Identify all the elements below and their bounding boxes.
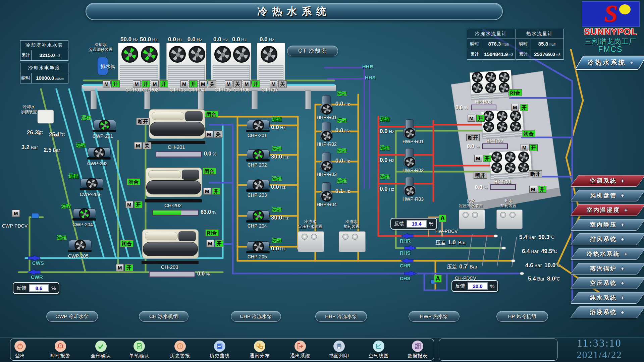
nav-button-2[interactable]: 风机盘管 <box>570 190 644 201</box>
nav-button-8[interactable]: 空压系统 <box>570 277 644 289</box>
tower-valve-badge[interactable]: M关 <box>270 80 287 87</box>
feedback-label: 反馈 <box>394 221 404 227</box>
tower-valve-badge[interactable]: M开 <box>243 80 260 87</box>
valve-status-badge[interactable]: M开 <box>511 104 528 111</box>
valve-status-badge[interactable]: 闭合 <box>522 130 535 137</box>
pump-frequency: 0.0 Hz <box>380 186 394 192</box>
power-icon <box>14 341 26 352</box>
system-pill[interactable]: HHP 冷冻水泵 <box>315 311 367 322</box>
valve-status-badge[interactable]: 闭合 <box>508 89 522 96</box>
hp-load-bar <box>471 105 496 110</box>
hmi-screen: 冷热水系统 CT 冷却塔 S SUNNYPOL 三利谱龙岗工厂 FMCS 冷热水… <box>0 0 644 362</box>
tower-valve-badge[interactable]: M关 <box>199 80 216 87</box>
tower-valve-badge[interactable]: M开 <box>133 80 150 87</box>
current-page-banner[interactable]: 冷热水系统 <box>575 56 644 70</box>
valve-status-badge[interactable]: M开 <box>125 201 143 208</box>
status-text: 开 <box>483 155 491 162</box>
valve-status-badge[interactable]: M开 <box>529 186 546 193</box>
line-label-hhs: HHS <box>365 75 376 80</box>
valve-status-badge[interactable]: 闭合 <box>127 178 140 185</box>
valve-status-badge[interactable]: M关 <box>205 131 222 138</box>
auto-mode-badge[interactable]: A <box>439 215 446 222</box>
toolbar-item-label: 即时报警 <box>45 353 75 359</box>
valve-status-badge[interactable]: 断开 <box>136 118 150 125</box>
valve-status-badge[interactable]: M开 <box>468 115 485 122</box>
star-icon <box>620 265 626 272</box>
nav-button-6[interactable]: 冷热水系统 <box>570 248 644 260</box>
nav-button-4[interactable]: 室内静压 <box>570 219 644 231</box>
nav-button-7[interactable]: 蒸汽锅炉 <box>570 263 644 275</box>
toolbar-item-10[interactable]: 空气线图 <box>364 341 394 359</box>
valve-status-badge[interactable]: M开 <box>474 155 491 162</box>
sensor-reading: 25.10C <box>49 131 65 138</box>
chiller-load-value: 0.0 % <box>204 151 216 157</box>
tower-fan-frequency: 0.0 Hz <box>168 36 182 43</box>
m-valve-icon: M <box>125 201 133 208</box>
toolbar-item-2[interactable]: 即时报警 <box>45 341 75 359</box>
nav-button-5[interactable]: 排风系统 <box>570 233 644 245</box>
nav-button-3[interactable]: 室内温湿度 <box>570 204 644 216</box>
valve-status-badge[interactable]: M开 <box>116 264 133 271</box>
nav-button-9[interactable]: 纯水系统 <box>570 292 644 304</box>
nav-button-10[interactable]: 溶液系统 <box>570 306 644 318</box>
pump-impeller <box>321 104 332 115</box>
toolbar-item-11[interactable]: X数据报表 <box>402 341 433 359</box>
auto-mode-badge[interactable]: A <box>434 275 442 283</box>
valve-status-badge[interactable]: M开 <box>206 240 223 247</box>
tower-valve-badge[interactable]: M开 <box>180 80 198 87</box>
pump-frequency: 0.0 Hz <box>380 157 394 164</box>
valve-status-badge[interactable]: M <box>12 210 20 217</box>
chiller-CH-201[interactable] <box>147 109 207 144</box>
pump-frequency: 30.0 Hz <box>271 215 289 221</box>
valve-status-badge[interactable]: 闭合 <box>120 240 133 247</box>
toolbar-item-label: 通讯分布 <box>245 353 275 359</box>
toolbar-item-label: 登出 <box>5 353 35 359</box>
pump-frequency: 30.0 Hz <box>271 154 289 160</box>
toolbar-item-8[interactable]: 退出系统 <box>285 341 315 359</box>
remote-mode-label: 远程 <box>337 90 347 97</box>
toolbar-item-9[interactable]: 书面列印 <box>324 341 354 359</box>
pump-name: CWP-204 <box>72 222 93 227</box>
valve-status-badge[interactable]: M关 <box>134 142 151 149</box>
toolbar-item-1[interactable]: 登出 <box>5 341 35 359</box>
system-pill[interactable]: CWP 冷却水泵 <box>46 311 98 322</box>
remote-mode-label: 远程 <box>380 116 390 122</box>
status-text: 闭合 <box>203 168 216 175</box>
flow-value: 1504841.9m3 <box>482 49 515 59</box>
valve-status-badge[interactable]: 断开 <box>474 172 487 179</box>
toolbar-item-7[interactable]: 通讯分布 <box>245 341 275 359</box>
system-pill[interactable]: HWP 热水泵 <box>409 311 460 322</box>
valve-status-badge[interactable]: 闭合 <box>205 229 219 236</box>
valve-status-badge[interactable]: 断开 <box>529 170 542 177</box>
tower-valve-badge[interactable]: M关 <box>225 80 242 87</box>
status-text: 关 <box>208 80 216 87</box>
pump-name: CHP-202 <box>248 162 267 168</box>
flow-row-label: 瞬时 <box>516 39 531 49</box>
valve-status-badge[interactable]: M开 <box>203 188 220 195</box>
tower-valve-badge[interactable]: M开 <box>103 80 120 87</box>
toolbar-item-3[interactable]: 全部确认 <box>86 341 116 359</box>
valve-status-badge[interactable]: 断开 <box>466 134 480 141</box>
system-pill[interactable]: CH 冰水机组 <box>139 311 189 322</box>
system-pill[interactable]: CHP 冷冻水泵 <box>231 311 281 322</box>
hp-load-value: 0.0 % <box>467 143 479 149</box>
valve-status-badge[interactable]: M开 <box>521 144 538 151</box>
chiller-CH-202[interactable] <box>144 168 203 202</box>
ct-cooling-tower-button[interactable]: CT 冷却塔 <box>287 46 338 56</box>
tower-fan-frequency: 0.0 Hz <box>232 36 247 43</box>
valve-tag: HW-PDCV <box>435 229 458 234</box>
status-text: 闭合 <box>127 178 140 185</box>
toolbar-item-6[interactable]: 历史曲线 <box>205 341 235 359</box>
valve-status-badge[interactable]: 闭合 <box>205 111 218 118</box>
tower-valve-badge[interactable]: M开 <box>151 80 168 87</box>
status-text: 关 <box>143 142 151 149</box>
pump-name: HHP-R04 <box>317 202 337 207</box>
system-pill[interactable]: HP 风冷机组 <box>496 311 548 322</box>
chiller-CH-203[interactable] <box>140 229 200 264</box>
toolbar-item-5[interactable]: 历史警报 <box>165 341 195 359</box>
toolbar-item-4[interactable]: 单笔确认 <box>124 341 154 359</box>
valve-status-badge[interactable]: 闭合 <box>203 168 216 175</box>
nav-button-1[interactable]: 空调系统 <box>570 175 644 187</box>
remote-mode-label: 远程 <box>337 117 347 124</box>
valve-tag: CWP-PDCV <box>2 223 28 229</box>
